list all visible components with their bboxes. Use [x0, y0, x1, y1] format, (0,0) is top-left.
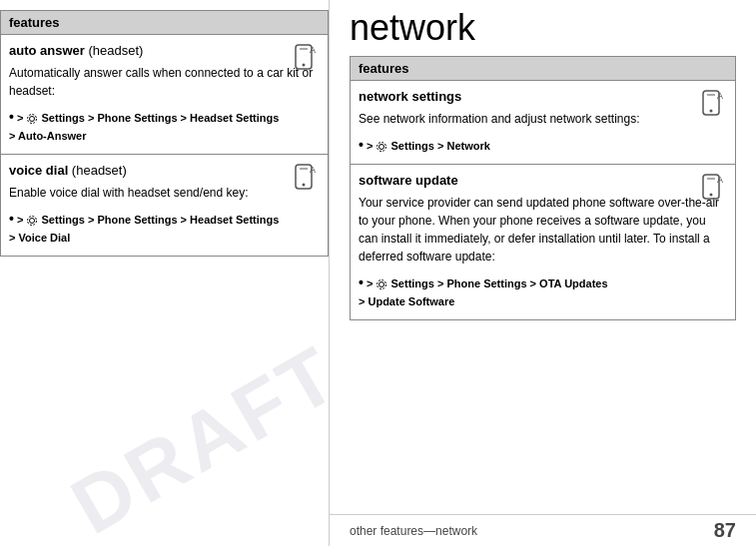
auto-answer-title-bold: auto answer [9, 43, 85, 58]
svg-text:A: A [310, 165, 316, 175]
svg-point-14 [710, 109, 713, 112]
software-update-desc: Your service provider can send updated p… [359, 194, 727, 266]
network-settings-desc: See network information and adjust netwo… [359, 110, 727, 128]
svg-point-22 [379, 282, 384, 287]
svg-point-11 [28, 217, 37, 226]
software-update-nav: • > Settings > Phone Settings > OTA Upda… [359, 272, 727, 311]
auto-answer-title: auto answer (headset) [9, 43, 320, 58]
settings-gear-icon-4 [376, 278, 387, 290]
network-settings-title: network settings [359, 89, 727, 104]
left-row-auto-answer: A auto answer (headset) Automatically an… [1, 35, 328, 155]
auto-answer-icon: A [292, 43, 320, 71]
voice-dial-nav: • > Settings > Phone Settings > Headset … [9, 208, 320, 248]
auto-answer-title-normal: (headset) [85, 43, 144, 58]
auto-answer-nav: • > Settings > Phone Settings > Headset … [9, 106, 320, 146]
svg-point-20 [710, 193, 713, 196]
voice-dial-title: voice dial (headset) [9, 163, 320, 178]
auto-answer-desc: Automatically answer calls when connecte… [9, 64, 320, 100]
voice-dial-title-bold: voice dial [9, 163, 68, 178]
right-features-header: features [351, 57, 735, 81]
settings-gear-icon-3 [376, 141, 387, 153]
settings-gear-icon-2 [26, 215, 38, 227]
voice-dial-icon: A [292, 163, 320, 191]
svg-text:A: A [310, 45, 316, 55]
settings-gear-icon-1 [26, 113, 38, 125]
svg-point-2 [303, 64, 306, 67]
right-row-network-settings: A network settings See network informati… [351, 81, 735, 165]
left-row-voice-dial: A voice dial (headset) Enable voice dial… [1, 155, 328, 256]
page-title: network [350, 8, 746, 48]
left-features-table: features A auto answer (headset) Automat… [0, 10, 329, 257]
page-container: features A auto answer (headset) Automat… [0, 0, 756, 546]
svg-point-17 [378, 142, 386, 151]
svg-point-5 [28, 115, 37, 124]
svg-text:A: A [717, 175, 723, 185]
right-features-table: features A network settings See network … [350, 56, 736, 320]
svg-point-8 [303, 183, 306, 186]
software-update-icon: A [699, 173, 727, 201]
right-column: network features A network settings Se [330, 0, 756, 546]
right-row-software-update: A software update Your service provider … [351, 165, 735, 319]
footer-page-number: 87 [714, 519, 736, 542]
svg-point-4 [30, 117, 35, 122]
footer-left-text: other features—network [350, 524, 477, 538]
voice-dial-title-normal: (headset) [68, 163, 127, 178]
left-column: features A auto answer (headset) Automat… [0, 0, 330, 546]
svg-point-10 [30, 219, 35, 224]
svg-point-16 [379, 144, 384, 149]
software-update-title: software update [359, 173, 727, 188]
network-settings-nav: • > Settings > Network [359, 134, 727, 156]
svg-text:A: A [717, 91, 723, 101]
voice-dial-desc: Enable voice dial with headset send/end … [9, 184, 320, 202]
left-features-header: features [1, 11, 328, 35]
footer-bar: other features—network 87 [330, 514, 756, 546]
svg-point-23 [378, 280, 386, 289]
network-settings-icon: A [699, 89, 727, 117]
